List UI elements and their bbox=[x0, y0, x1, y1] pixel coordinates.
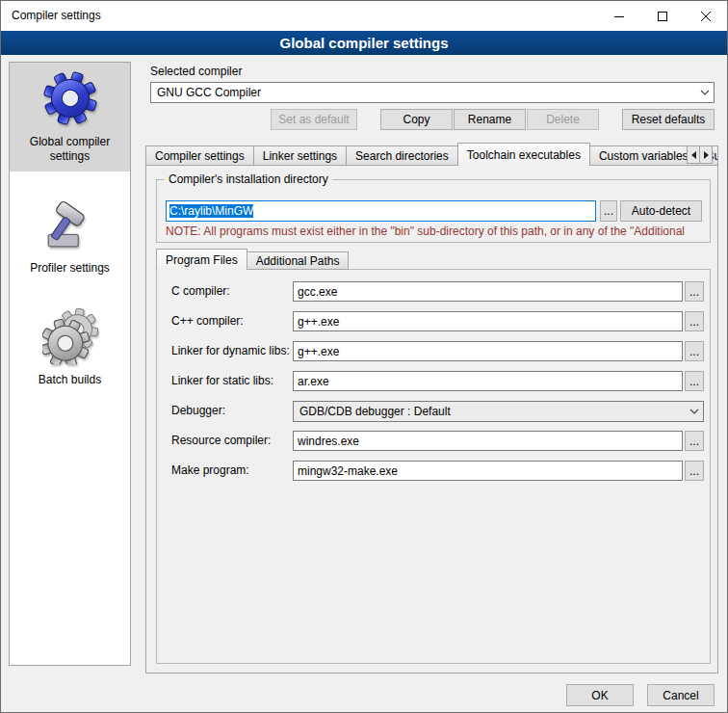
arrow-left-icon bbox=[690, 151, 697, 159]
delete-button[interactable]: Delete bbox=[527, 109, 599, 130]
browse-button[interactable]: ... bbox=[685, 281, 704, 302]
field-label: C++ compiler: bbox=[171, 314, 244, 328]
cpp-compiler-input[interactable] bbox=[293, 311, 683, 331]
reset-defaults-button[interactable]: Reset defaults bbox=[622, 109, 715, 130]
resource-compiler-input[interactable] bbox=[293, 431, 683, 451]
program-files-panel: C compiler: ... C++ compiler: ... Linker… bbox=[156, 269, 711, 664]
rename-button[interactable]: Rename bbox=[454, 109, 526, 130]
compiler-select-value: GNU GCC Compiler bbox=[151, 86, 696, 99]
settings-sidebar: Global compiler settings Profiler settin… bbox=[9, 62, 131, 666]
field-row-debugger: Debugger: GDB/CDB debugger : Default bbox=[157, 401, 712, 422]
browse-directory-button[interactable]: ... bbox=[600, 200, 617, 222]
sidebar-item-label: Profiler settings bbox=[13, 261, 127, 276]
set-as-default-button[interactable]: Set as default bbox=[271, 109, 357, 130]
profiler-tool-icon bbox=[42, 197, 98, 252]
chevron-down-icon bbox=[686, 402, 703, 421]
installation-note: NOTE: All programs must exist either in … bbox=[166, 224, 701, 238]
compiler-settings-dialog: Compiler settings Global compiler settin… bbox=[0, 0, 728, 713]
cancel-button[interactable]: Cancel bbox=[647, 684, 715, 706]
titlebar: Compiler settings bbox=[1, 1, 727, 31]
auto-detect-button[interactable]: Auto-detect bbox=[620, 200, 702, 222]
installation-directory-value: C:\raylib\MinGW bbox=[169, 204, 253, 218]
field-label: C compiler: bbox=[171, 284, 230, 298]
field-label: Linker for static libs: bbox=[171, 374, 273, 387]
compiler-select[interactable]: GNU GCC Compiler bbox=[150, 82, 715, 103]
browse-button[interactable]: ... bbox=[685, 311, 704, 331]
field-row-c-compiler: C compiler: ... bbox=[157, 281, 712, 303]
installation-directory-label: Compiler's installation directory bbox=[165, 172, 332, 187]
field-label: Make program: bbox=[171, 463, 249, 477]
make-program-input[interactable] bbox=[293, 461, 683, 481]
blue-gear-icon bbox=[42, 70, 98, 126]
field-row-cpp-compiler: C++ compiler: ... bbox=[157, 311, 712, 332]
maximize-button[interactable] bbox=[640, 1, 684, 31]
field-label: Debugger: bbox=[171, 404, 225, 417]
field-row-make-program: Make program: ... bbox=[157, 461, 712, 482]
arrow-right-icon bbox=[703, 151, 710, 159]
sidebar-item-label: Global compiler settings bbox=[13, 135, 127, 164]
debugger-select-value: GDB/CDB debugger : Default bbox=[294, 405, 686, 418]
tab-search-directories[interactable]: Search directories bbox=[346, 145, 458, 166]
browse-button[interactable]: ... bbox=[685, 341, 704, 361]
installation-directory-input[interactable]: C:\raylib\MinGW bbox=[166, 200, 596, 222]
static-linker-input[interactable] bbox=[293, 371, 683, 391]
sidebar-item-profiler-settings[interactable]: Profiler settings bbox=[10, 189, 130, 283]
browse-button[interactable]: ... bbox=[685, 431, 704, 451]
close-button[interactable] bbox=[684, 1, 727, 31]
window-title: Compiler settings bbox=[12, 1, 101, 31]
ok-button[interactable]: OK bbox=[566, 684, 634, 706]
sidebar-item-label: Batch builds bbox=[13, 373, 127, 387]
c-compiler-input[interactable] bbox=[293, 281, 683, 302]
field-label: Resource compiler: bbox=[171, 434, 271, 447]
field-row-dynamic-linker: Linker for dynamic libs: ... bbox=[157, 341, 712, 362]
tab-scroll-controls bbox=[688, 145, 713, 164]
selected-compiler-label: Selected compiler bbox=[150, 65, 242, 78]
tab-linker-settings[interactable]: Linker settings bbox=[253, 145, 347, 166]
subtab-program-files[interactable]: Program Files bbox=[156, 249, 247, 270]
field-row-resource-compiler: Resource compiler: ... bbox=[157, 431, 712, 452]
installation-directory-groupbox: Compiler's installation directory C:\ray… bbox=[156, 179, 711, 243]
field-label: Linker for dynamic libs: bbox=[171, 344, 290, 357]
tab-toolchain-executables[interactable]: Toolchain executables bbox=[457, 143, 590, 166]
chevron-down-icon bbox=[696, 83, 714, 102]
minimize-button[interactable] bbox=[597, 1, 640, 31]
minimize-icon bbox=[614, 12, 624, 21]
tab-scroll-left-button[interactable] bbox=[687, 145, 700, 164]
toolchain-executables-page: Compiler's installation directory C:\ray… bbox=[145, 165, 718, 673]
subtab-additional-paths[interactable]: Additional Paths bbox=[247, 251, 350, 270]
debugger-select[interactable]: GDB/CDB debugger : Default bbox=[293, 401, 704, 422]
settings-tabbar: Compiler settings Linker settings Search… bbox=[145, 143, 718, 166]
copy-button[interactable]: Copy bbox=[380, 109, 453, 130]
browse-button[interactable]: ... bbox=[685, 461, 704, 481]
page-title-banner: Global compiler settings bbox=[1, 31, 727, 55]
close-icon bbox=[701, 12, 711, 21]
browse-button[interactable]: ... bbox=[685, 371, 704, 391]
sidebar-item-batch-builds[interactable]: Batch builds bbox=[10, 301, 130, 395]
tab-custom-variables[interactable]: Custom variables bbox=[589, 145, 698, 166]
tab-compiler-settings[interactable]: Compiler settings bbox=[145, 145, 254, 166]
maximize-icon bbox=[658, 12, 667, 21]
dynamic-linker-input[interactable] bbox=[293, 341, 683, 361]
sidebar-item-global-compiler-settings[interactable]: Global compiler settings bbox=[10, 63, 130, 172]
field-row-static-linker: Linker for static libs: ... bbox=[157, 371, 712, 392]
tab-scroll-right-button[interactable] bbox=[699, 145, 713, 164]
gray-gears-icon bbox=[42, 308, 98, 364]
window-controls bbox=[597, 1, 727, 31]
program-files-subtabbar: Program Files Additional Paths bbox=[156, 249, 349, 270]
